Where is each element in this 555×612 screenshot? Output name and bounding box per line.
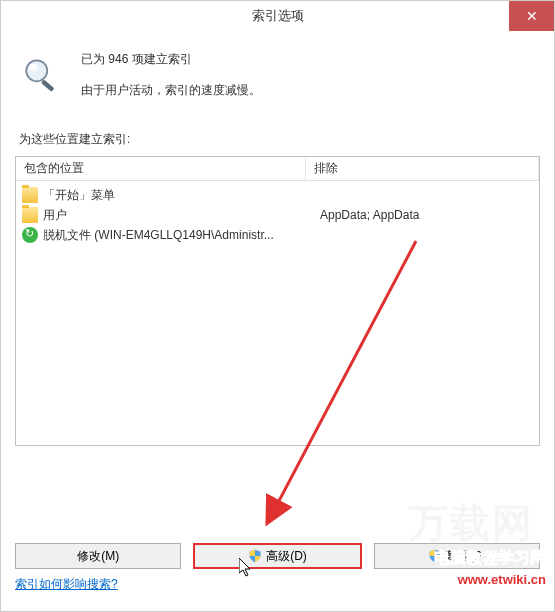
- list-item[interactable]: 「开始」菜单: [16, 185, 306, 205]
- folder-icon: [22, 187, 38, 203]
- watermark-faint: 万载网: [408, 496, 534, 551]
- watermark-url: www.etwiki.cn: [458, 572, 546, 587]
- location-label: 用户: [43, 207, 67, 224]
- modify-button[interactable]: 修改(M): [15, 543, 181, 569]
- list-item[interactable]: 用户: [16, 205, 306, 225]
- info-area: 已为 946 项建立索引 由于用户活动，索引的速度减慢。: [1, 31, 554, 109]
- exclude-item: [314, 185, 531, 205]
- help-link-row: 索引如何影响搜索?: [15, 576, 118, 593]
- close-button[interactable]: ✕: [509, 1, 554, 31]
- window-title: 索引选项: [1, 7, 554, 25]
- magnifier-icon: [21, 55, 63, 97]
- info-text: 已为 946 项建立索引 由于用户活动，索引的速度减慢。: [81, 49, 261, 99]
- shield-icon: [248, 549, 262, 563]
- svg-rect-2: [41, 80, 55, 92]
- column-location[interactable]: 包含的位置: [16, 157, 306, 180]
- help-link[interactable]: 索引如何影响搜索?: [15, 577, 118, 591]
- exclude-item: AppData; AppData: [314, 205, 531, 225]
- svg-point-1: [29, 64, 38, 71]
- exclude-item: [314, 225, 531, 245]
- list-item[interactable]: 脱机文件 (WIN-EM4GLLQ149H\Administr...: [16, 225, 306, 245]
- offline-icon: [22, 227, 38, 243]
- column-exclude[interactable]: 排除: [306, 157, 539, 180]
- titlebar: 索引选项 ✕: [1, 1, 554, 31]
- folder-icon: [22, 207, 38, 223]
- location-label: 脱机文件 (WIN-EM4GLLQ149H\Administr...: [43, 227, 274, 244]
- list-body: 「开始」菜单 用户 脱机文件 (WIN-EM4GLLQ149H\Administ…: [16, 181, 539, 445]
- indexed-count: 已为 946 项建立索引: [81, 51, 261, 68]
- watermark-brand: 电脑教程学习网: [434, 548, 546, 569]
- locations-column: 「开始」菜单 用户 脱机文件 (WIN-EM4GLLQ149H\Administ…: [16, 181, 306, 445]
- section-label: 为这些位置建立索引:: [1, 109, 554, 156]
- excludes-column: AppData; AppData: [306, 181, 539, 445]
- svg-point-0: [26, 60, 47, 81]
- location-label: 「开始」菜单: [43, 187, 115, 204]
- list-header: 包含的位置 排除: [16, 157, 539, 181]
- locations-list: 包含的位置 排除 「开始」菜单 用户 脱机文件 (WIN-EM4GLLQ149H…: [15, 156, 540, 446]
- advanced-button[interactable]: 高级(D): [193, 543, 361, 569]
- close-icon: ✕: [526, 8, 538, 24]
- indexing-status: 由于用户活动，索引的速度减慢。: [81, 82, 261, 99]
